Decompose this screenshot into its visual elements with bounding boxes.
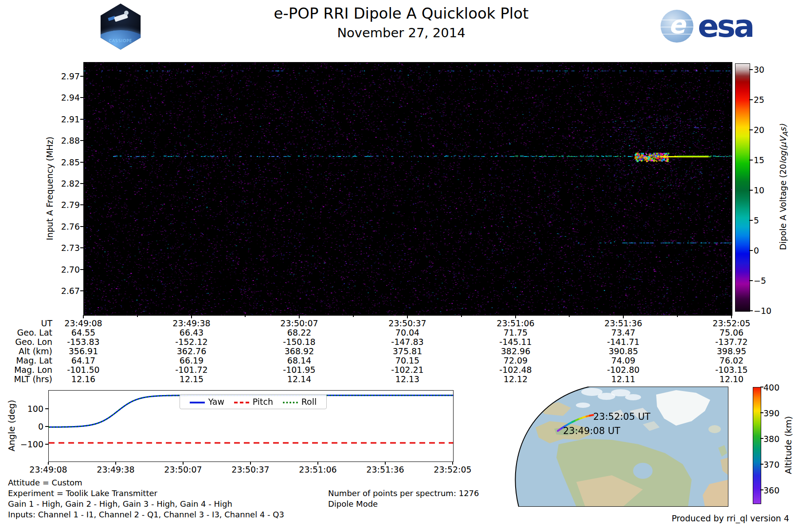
voltage-tick-label: 25	[754, 95, 780, 105]
voltage-colorbar	[735, 63, 750, 312]
time-tick-label: 23:51:06	[291, 465, 344, 474]
tick-mark	[749, 69, 753, 70]
tick-mark	[45, 426, 48, 427]
esa-wordmark: esa	[698, 8, 753, 44]
voltage-tick-label: 15	[754, 155, 780, 165]
esa-logo: e esa	[661, 8, 756, 46]
mag-lon-value: -102.80	[590, 365, 657, 375]
tick-mark	[760, 464, 763, 465]
geo-lat-value: 64.55	[50, 328, 117, 337]
voltage-tick-label: −10	[754, 306, 780, 316]
tick-mark	[677, 315, 678, 317]
freq-tick-label: 2.70	[51, 265, 80, 274]
mag-lat-value: 72.09	[482, 356, 549, 365]
mag-lon-value: -101.72	[158, 365, 225, 375]
freq-tick-label: 2.88	[51, 136, 80, 145]
freq-tick-label: 2.97	[51, 71, 80, 81]
tick-mark	[299, 315, 300, 318]
tick-mark	[317, 462, 318, 465]
geo-lon-value: -141.71	[590, 337, 657, 347]
tick-mark	[80, 247, 83, 248]
info-points-per-spectrum: Number of points per spectrum: 1276	[328, 489, 479, 498]
ut-value: 23:51:06	[482, 318, 549, 328]
page-subtitle: November 27, 2014	[200, 25, 603, 40]
mlt-value: 12.11	[590, 374, 657, 384]
geo-lat-value: 66.43	[158, 328, 225, 337]
freq-tick-label: 2.73	[51, 243, 80, 253]
tick-mark	[461, 315, 462, 317]
mlt-value: 12.15	[158, 374, 225, 384]
mag-lon-value: -102.21	[374, 365, 441, 375]
legend-item-yaw: Yaw	[190, 397, 224, 407]
angle-tick-label: −100	[8, 439, 43, 449]
tick-mark	[48, 462, 49, 465]
time-tick-label: 23:50:07	[156, 465, 210, 474]
geo-lon-value: -147.83	[374, 337, 441, 347]
alt-value: 362.76	[158, 346, 225, 356]
freq-tick-label: 2.76	[51, 222, 80, 231]
tick-mark	[569, 315, 570, 317]
voltage-colorbar-label: Dipole A Voltage (20log(μVAs)	[778, 124, 790, 250]
mission-patch-label: CASSIOPE	[99, 39, 142, 43]
tick-mark	[45, 408, 48, 409]
tick-mark	[407, 315, 408, 318]
tick-mark	[749, 129, 753, 130]
time-tick-label: 23:49:08	[22, 465, 75, 474]
geo-lat-value: 71.75	[482, 328, 549, 337]
cassiope-mission-patch: CASSIOPE	[98, 2, 144, 51]
legend-item-pitch: Pitch	[234, 397, 273, 407]
track-end-time-label: 23:52:05 UT	[593, 411, 650, 422]
info-attitude: Attitude = Custom	[8, 478, 82, 487]
ephemeris-row-label: Geo. Lon	[0, 337, 52, 347]
geo-lat-value: 68.22	[266, 328, 332, 337]
mag-lat-value: 66.19	[158, 356, 225, 365]
info-dipole-mode: Dipole Mode	[328, 499, 378, 509]
alt-value: 390.85	[590, 346, 657, 356]
tick-mark	[80, 204, 83, 205]
freq-tick-label: 2.67	[51, 286, 80, 296]
mag-lon-value: -101.95	[266, 365, 332, 375]
mag-lat-value: 76.02	[698, 356, 765, 365]
legend-item-roll: Roll	[283, 397, 317, 407]
attitude-legend: Yaw Pitch Roll	[180, 394, 327, 409]
tick-mark	[80, 269, 83, 270]
tick-mark	[115, 462, 116, 465]
tick-mark	[80, 162, 83, 163]
ephemeris-row-label: Geo. Lat	[0, 328, 52, 337]
tick-mark	[83, 315, 84, 318]
quicklook-figure: CASSIOPE e-POP RRI Dipole A Quicklook Pl…	[0, 0, 798, 532]
altitude-colorbar	[753, 387, 761, 504]
tick-mark	[760, 387, 763, 387]
tick-mark	[760, 438, 763, 439]
angle-tick-label: 0	[8, 422, 43, 431]
info-gains: Gain 1 - High, Gain 2 - High, Gain 3 - H…	[8, 499, 232, 509]
freq-tick-label: 2.91	[51, 114, 80, 124]
ut-value: 23:50:07	[266, 318, 332, 328]
ground-track-map	[497, 387, 728, 507]
voltage-tick-label: 20	[754, 125, 780, 135]
freq-tick-label: 2.79	[51, 200, 80, 210]
esa-logo-globe: e	[661, 10, 693, 43]
mag-lat-value: 64.17	[50, 356, 117, 365]
altitude-tick-label: 370	[763, 460, 786, 469]
angle-tick-label: 100	[8, 404, 43, 414]
esa-globe-letter: e	[669, 10, 685, 39]
tick-mark	[515, 315, 516, 318]
geo-lon-value: -153.83	[50, 337, 117, 347]
ephemeris-row-label: Alt (km)	[0, 346, 52, 356]
mag-lat-value: 74.09	[590, 356, 657, 365]
altitude-tick-label: 380	[763, 434, 786, 444]
ephemeris-row-label: MLT (hrs)	[0, 374, 52, 384]
cassiope-patch-field: CASSIOPE	[99, 4, 142, 50]
alt-value: 375.81	[374, 346, 441, 356]
mlt-value: 12.14	[266, 374, 332, 384]
yaw-line-sample	[190, 402, 205, 403]
geo-lat-value: 75.06	[698, 328, 765, 337]
mlt-value: 12.13	[374, 374, 441, 384]
freq-tick-label: 2.94	[51, 93, 80, 102]
altitude-tick-label: 390	[763, 408, 786, 418]
tick-mark	[245, 315, 246, 317]
tick-mark	[80, 76, 83, 77]
tick-mark	[452, 462, 453, 465]
tick-mark	[749, 250, 753, 251]
